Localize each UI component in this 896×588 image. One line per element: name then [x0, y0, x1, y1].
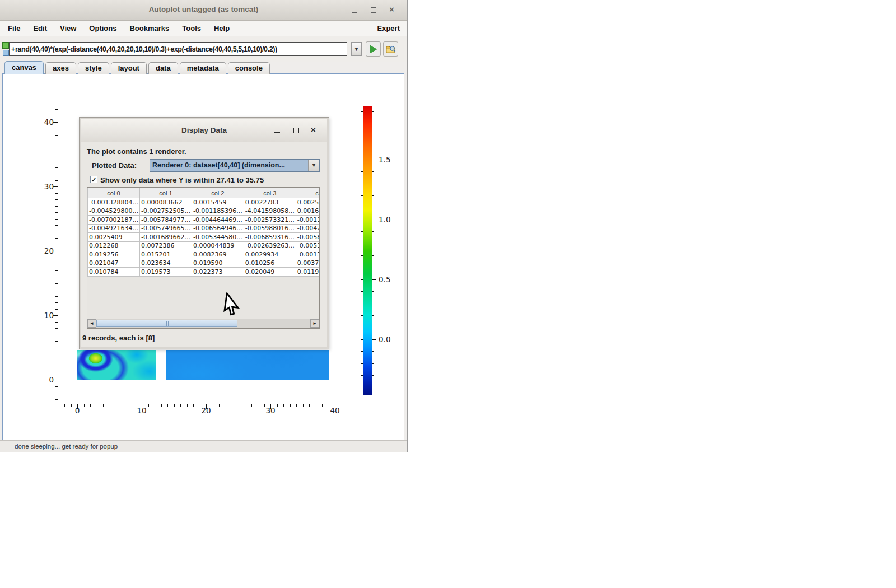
table-cell[interactable]: -0.004921634...	[88, 224, 140, 233]
table-cell[interactable]: -0.005146240...	[296, 241, 319, 250]
menu-item-edit[interactable]: Edit	[33, 24, 47, 32]
uri-dropdown-button[interactable]: ▼	[351, 42, 362, 56]
table-cell[interactable]: 0.0025660	[296, 198, 319, 207]
table-cell[interactable]: -0.005784977...	[139, 216, 192, 225]
colorbar-tick	[372, 328, 374, 328]
tab-bar: canvasaxesstylelayoutdatametadataconsole	[4, 62, 272, 74]
table-cell[interactable]: 0.0029934	[244, 250, 296, 259]
dialog-maximize-button[interactable]	[291, 125, 302, 136]
colorbar-tick	[372, 160, 376, 160]
menu-item-expert[interactable]: Expert	[377, 24, 400, 32]
x-axis-tick	[290, 404, 291, 407]
play-icon	[370, 45, 377, 53]
table-cell[interactable]: 0.0015459	[192, 198, 244, 207]
table-cell[interactable]: 0.011997	[296, 268, 319, 277]
table-cell[interactable]: -0.001328804...	[88, 198, 140, 207]
table-cell[interactable]: -0.001689662...	[139, 233, 192, 242]
table-cell[interactable]: -0.001199077...	[296, 216, 319, 225]
table-cell[interactable]: -0.001185396...	[192, 207, 244, 216]
menu-item-help[interactable]: Help	[214, 24, 230, 32]
table-cell[interactable]: -0.004294298...	[296, 224, 319, 233]
y-axis-tick	[55, 116, 58, 116]
table-cell[interactable]: 0.0072386	[139, 241, 192, 250]
table-cell[interactable]: 0.0022783	[244, 198, 296, 207]
dialog-close-button[interactable]: ×	[309, 125, 320, 136]
table-row: 0.0192560.0152010.00823690.0029934-0.001…	[88, 250, 320, 259]
table-cell[interactable]: 0.019573	[139, 268, 192, 277]
table-cell[interactable]: 0.0025409	[88, 233, 140, 242]
table-cell[interactable]: -0.005749665...	[139, 224, 192, 233]
plotted-data-combobox[interactable]: Renderer 0: dataset[40,40] (dimension...…	[150, 159, 320, 172]
tab-axes[interactable]: axes	[45, 62, 76, 74]
dialog-titlebar[interactable]: Display Data ×	[81, 119, 327, 142]
table-cell[interactable]: 0.022373	[192, 268, 244, 277]
scroll-left-button[interactable]: ◄	[87, 319, 96, 328]
table-cell[interactable]: 0.0082369	[192, 250, 244, 259]
table-cell[interactable]: -0.006859316...	[244, 233, 296, 242]
menu-item-file[interactable]: File	[8, 24, 20, 32]
table-cell[interactable]: -0.005872606...	[296, 233, 319, 242]
table-header-cell[interactable]: col 2	[192, 188, 244, 198]
table-header-cell[interactable]: col 1	[139, 188, 192, 198]
display-data-dialog: Display Data × The plot contains 1 rende…	[79, 117, 329, 349]
table-cell[interactable]: -0.002639263...	[244, 241, 296, 250]
table-cell[interactable]: 0.019256	[88, 250, 140, 259]
table-cell[interactable]: 0.000083662	[139, 198, 192, 207]
menu-bar: FileEditViewOptionsBookmarksToolsHelp Ex…	[0, 21, 407, 36]
table-header-cell[interactable]: col 4	[296, 188, 319, 198]
tab-console[interactable]: console	[228, 62, 270, 74]
close-button[interactable]: ×	[388, 4, 399, 16]
y-axis-tick	[55, 302, 58, 303]
table-cell[interactable]: 0.015201	[139, 250, 192, 259]
tab-layout[interactable]: layout	[111, 62, 147, 74]
chevron-down-icon: ▼	[308, 160, 319, 171]
table-cell[interactable]: 0.010256	[244, 259, 296, 268]
table-cell[interactable]: -0.007002187...	[88, 216, 140, 225]
table-cell[interactable]: 0.020049	[244, 268, 296, 277]
menu-item-options[interactable]: Options	[89, 24, 116, 32]
blue-status-icon	[3, 50, 9, 56]
table-cell[interactable]: -0.006564946...	[192, 224, 244, 233]
table-cell[interactable]: -4.041598058...	[244, 207, 296, 216]
table-cell[interactable]: -0.004464469...	[192, 216, 244, 225]
close-icon: ×	[389, 4, 394, 14]
uri-input[interactable]	[9, 42, 347, 56]
y-axis-tick	[55, 206, 58, 207]
window-titlebar[interactable]: Autoplot untagged (as tomcat) ×	[0, 0, 407, 21]
tab-metadata[interactable]: metadata	[180, 62, 226, 74]
uri-toolbar: ▼	[0, 36, 407, 62]
table-cell[interactable]: 0.0016608	[296, 207, 319, 216]
inspect-button[interactable]	[383, 41, 398, 57]
menu-item-tools[interactable]: Tools	[182, 24, 201, 32]
tab-data[interactable]: data	[148, 62, 178, 74]
table-cell[interactable]: 0.023634	[139, 259, 192, 268]
table-cell[interactable]: 0.019590	[192, 259, 244, 268]
dialog-minimize-button[interactable]	[272, 125, 283, 136]
table-cell[interactable]: -0.005344580...	[192, 233, 244, 242]
table-header-cell[interactable]: col 0	[88, 188, 140, 198]
tab-style[interactable]: style	[78, 62, 109, 74]
table-cell[interactable]: 0.0037721	[296, 259, 319, 268]
go-button[interactable]	[366, 41, 381, 57]
table-cell[interactable]: 0.000044839	[192, 241, 244, 250]
minimize-button[interactable]	[349, 4, 360, 16]
table-cell[interactable]: 0.012268	[88, 241, 140, 250]
table-cell[interactable]: -0.002752505...	[139, 207, 192, 216]
filter-checkbox[interactable]: ✓	[90, 176, 97, 183]
horizontal-scrollbar[interactable]: ◄ ►	[87, 319, 319, 328]
table-header-cell[interactable]: col 3	[244, 188, 296, 198]
menu-item-bookmarks[interactable]: Bookmarks	[129, 24, 169, 32]
scroll-right-button[interactable]: ►	[310, 319, 319, 328]
y-axis-tick	[55, 335, 58, 335]
menu-item-view[interactable]: View	[60, 24, 76, 32]
table-cell[interactable]: -0.004529800...	[88, 207, 140, 216]
table-cell[interactable]: -0.002573321...	[244, 216, 296, 225]
scrollbar-thumb[interactable]	[96, 320, 237, 327]
table-cell[interactable]: -0.001333864...	[296, 250, 319, 259]
table-cell[interactable]: 0.010784	[88, 268, 140, 277]
table-cell[interactable]: 0.021047	[88, 259, 140, 268]
table-cell[interactable]: -0.005988016...	[244, 224, 296, 233]
y-axis-label: 30	[32, 182, 54, 191]
tab-canvas[interactable]: canvas	[4, 61, 44, 74]
maximize-button[interactable]	[368, 4, 379, 16]
